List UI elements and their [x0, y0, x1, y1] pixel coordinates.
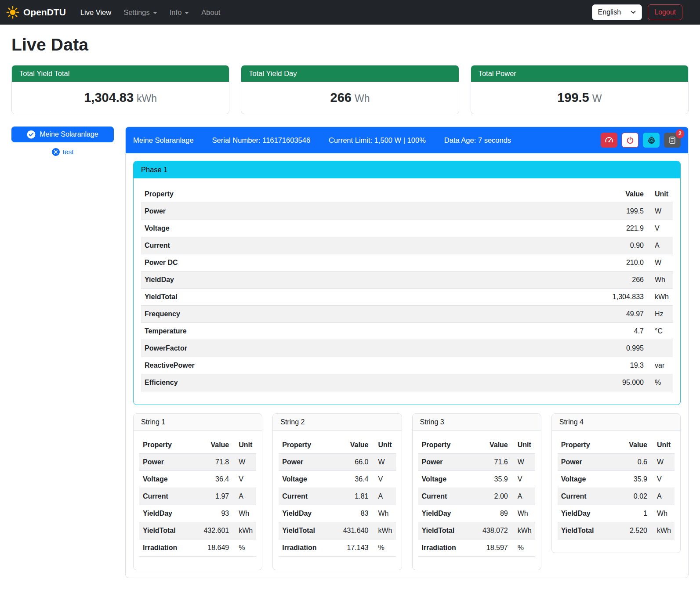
unit-cell: W	[372, 454, 396, 471]
property-cell: Power	[141, 203, 444, 220]
unit-cell	[647, 340, 673, 357]
value-cell: 17.143	[331, 539, 372, 557]
table-row: Frequency49.97Hz	[141, 306, 673, 323]
property-cell: Current	[279, 488, 331, 505]
string-card-body: Property Value Unit Power71.6WVoltage35.…	[413, 431, 541, 570]
unit-cell: Wh	[651, 505, 675, 522]
value-cell: 35.9	[614, 471, 651, 488]
table-row: Voltage36.4V	[139, 471, 256, 488]
unit-cell: A	[647, 237, 673, 254]
inverter-limit: Current Limit: 1,500 W | 100%	[329, 136, 426, 145]
unit-cell: W	[511, 454, 535, 471]
inverter-card: Meine Solaranlage Serial Number: 1161716…	[125, 127, 689, 578]
event-log-button[interactable]: 2	[664, 133, 681, 148]
unit-cell: %	[511, 539, 535, 557]
property-cell: Power	[558, 454, 615, 471]
table-header-row: Property Value Unit	[558, 437, 675, 454]
phase-card: Phase 1 Property Value Unit Power199.5WV…	[133, 161, 681, 405]
table-row: PowerFactor0.995	[141, 340, 673, 357]
power-icon	[626, 136, 634, 144]
value-cell: 66.0	[331, 454, 372, 471]
property-cell: Voltage	[139, 471, 192, 488]
column-header-property: Property	[279, 437, 331, 454]
value-cell: 2.00	[470, 488, 511, 505]
value-cell: 35.9	[470, 471, 511, 488]
inverter-serial: Serial Number: 116171603546	[212, 136, 311, 145]
string-card-title: String 2	[273, 414, 401, 431]
unit-cell: kWh	[651, 522, 675, 539]
speedometer-icon	[605, 136, 613, 145]
summary-card-total-power: Total Power 199.5W	[471, 65, 689, 114]
power-toggle-button[interactable]	[622, 133, 638, 148]
table-row: Irradiation17.143%	[279, 539, 395, 557]
chevron-down-icon	[631, 11, 636, 14]
value-cell: 438.072	[470, 522, 511, 539]
property-cell: Power DC	[141, 254, 444, 271]
string-table: Property Value Unit Power0.6WVoltage35.9…	[558, 437, 675, 539]
main-row: Meine Solaranlage test Meine Solaranlage…	[11, 127, 689, 578]
table-row: Voltage36.4V	[279, 471, 395, 488]
nav-about[interactable]: About	[196, 5, 226, 20]
unit-cell: Wh	[511, 505, 535, 522]
unit-cell: V	[511, 471, 535, 488]
nav-info[interactable]: Info	[164, 5, 195, 20]
inverter-item-test[interactable]: test	[11, 148, 114, 156]
value-cell: 19.3	[444, 357, 647, 374]
summary-card-title: Total Yield Day	[241, 65, 458, 82]
column-header-property: Property	[139, 437, 192, 454]
table-row: Efficiency95.000%	[141, 374, 673, 391]
navbar: OpenDTU Live View Settings Info About En…	[0, 0, 700, 25]
summary-card-body: 266Wh	[241, 82, 458, 114]
value-cell: 89	[470, 505, 511, 522]
limit-settings-button[interactable]	[601, 133, 617, 148]
column-header-value: Value	[614, 437, 651, 454]
inverter-card-body: Phase 1 Property Value Unit Power199.5WV…	[126, 153, 688, 578]
nav-live-view[interactable]: Live View	[75, 5, 117, 20]
unit-cell: kWh	[647, 289, 673, 306]
value-cell: 36.4	[331, 471, 372, 488]
unit-cell: W	[232, 454, 256, 471]
property-cell: Irradiation	[279, 539, 331, 557]
property-cell: Current	[558, 488, 615, 505]
unit-cell: Wh	[372, 505, 396, 522]
unit-cell: W	[647, 203, 673, 220]
phase-table: Property Value Unit Power199.5WVoltage22…	[141, 186, 673, 391]
string-table: Property Value Unit Power66.0WVoltage36.…	[279, 437, 395, 557]
inverter-sidebar: Meine Solaranlage test	[11, 127, 114, 156]
event-count-badge: 2	[676, 129, 684, 138]
unit-cell: Wh	[232, 505, 256, 522]
brand-label: OpenDTU	[23, 7, 66, 18]
column-header-value: Value	[444, 186, 647, 203]
language-select[interactable]: English	[592, 4, 642, 20]
inverter-select-button[interactable]: Meine Solaranlage	[11, 127, 114, 142]
table-header-row: Property Value Unit	[141, 186, 673, 203]
nav-settings[interactable]: Settings	[118, 5, 163, 20]
logout-button[interactable]: Logout	[648, 4, 682, 20]
summary-card-total-yield-day: Total Yield Day 266Wh	[241, 65, 459, 114]
table-row: Irradiation18.597%	[418, 539, 535, 557]
phase-card-body: Property Value Unit Power199.5WVoltage22…	[134, 178, 680, 405]
property-cell: YieldTotal	[558, 522, 615, 539]
table-row: Power199.5W	[141, 203, 673, 220]
journal-icon	[668, 136, 676, 144]
unit-cell: A	[651, 488, 675, 505]
unit-cell: var	[647, 357, 673, 374]
property-cell: YieldTotal	[141, 289, 444, 306]
table-row: YieldTotal432.601kWh	[139, 522, 256, 539]
string-card-body: Property Value Unit Power66.0WVoltage36.…	[273, 431, 401, 570]
device-info-button[interactable]	[643, 133, 660, 148]
string-card-body: Property Value Unit Power0.6WVoltage35.9…	[552, 431, 680, 553]
inverter-name: Meine Solaranlage	[133, 136, 194, 145]
language-value: English	[598, 8, 621, 16]
brand[interactable]: OpenDTU	[6, 6, 66, 19]
property-cell: YieldDay	[279, 505, 331, 522]
column-header-value: Value	[192, 437, 232, 454]
property-cell: Irradiation	[418, 539, 471, 557]
summary-card-total-yield-total: Total Yield Total 1,304.83kWh	[11, 65, 229, 114]
property-cell: Voltage	[141, 220, 444, 237]
string-table: Property Value Unit Power71.6WVoltage35.…	[418, 437, 535, 557]
phase-card-title: Phase 1	[134, 161, 680, 178]
table-header-row: Property Value Unit	[139, 437, 256, 454]
value-cell: 221.9	[444, 220, 647, 237]
summary-card-body: 1,304.83kWh	[12, 82, 229, 114]
